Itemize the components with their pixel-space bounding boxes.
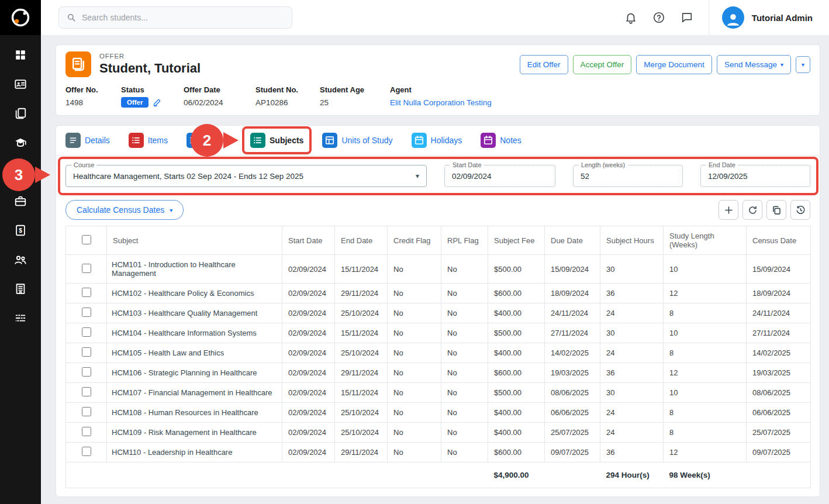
cell-end-date: 25/10/2024 bbox=[335, 423, 388, 443]
row-checkbox[interactable] bbox=[82, 264, 91, 273]
sidebar-item-briefcase[interactable] bbox=[0, 194, 41, 208]
add-subject-button[interactable] bbox=[719, 200, 738, 220]
history-button[interactable] bbox=[790, 200, 810, 220]
more-actions-button[interactable]: ▾ bbox=[796, 56, 810, 73]
tab-subjects[interactable]: Subjects2 bbox=[250, 133, 303, 148]
sidebar-item-people[interactable] bbox=[0, 253, 41, 267]
calculate-census-dates-button[interactable]: Calculate Census Dates ▾ bbox=[65, 200, 184, 220]
topbar-icons bbox=[624, 11, 709, 24]
cell-subject-hours: 36 bbox=[600, 363, 664, 383]
row-checkbox[interactable] bbox=[82, 347, 91, 357]
cell-credit-flag: No bbox=[388, 323, 441, 343]
cell-subject-hours: 30 bbox=[600, 323, 664, 343]
tab-hidden[interactable] bbox=[186, 133, 206, 148]
merge-document-button[interactable]: Merge Document bbox=[636, 55, 712, 74]
cell-due-date: 09/07/2025 bbox=[545, 443, 600, 462]
course-select-value: Healthcare Management, Starts 02 Sep 202… bbox=[73, 172, 303, 181]
row-checkbox[interactable] bbox=[82, 427, 91, 436]
sidebar-item-building[interactable] bbox=[0, 282, 41, 296]
cell-end-date: 15/11/2024 bbox=[335, 255, 388, 284]
accept-offer-button[interactable]: Accept Offer bbox=[573, 55, 632, 74]
merge-document-label: Merge Document bbox=[644, 60, 704, 69]
subjects-toolbar: Calculate Census Dates ▾ bbox=[56, 194, 820, 225]
row-checkbox[interactable] bbox=[82, 327, 91, 337]
send-message-button[interactable]: Send Message▾ bbox=[717, 55, 791, 74]
tab-label: Items bbox=[148, 136, 168, 145]
subjects-table: Subject Start Date End Date Credit Flag … bbox=[65, 226, 811, 488]
course-select-label: Course bbox=[71, 161, 96, 168]
sidebar-item-sliders[interactable] bbox=[0, 311, 41, 325]
row-checkbox[interactable] bbox=[82, 407, 91, 416]
cell-subject: HCM109 - Risk Management in Healthcare bbox=[107, 423, 282, 443]
cell-rpl-flag: No bbox=[441, 423, 488, 443]
chat-icon[interactable] bbox=[681, 11, 693, 24]
refresh-button[interactable] bbox=[742, 200, 762, 220]
cell-study-length: 8 bbox=[664, 403, 747, 423]
field-offer-date: Offer Date 06/02/2024 bbox=[184, 85, 255, 108]
subjects-table-body: HCM101 - Introduction to Healthcare Mana… bbox=[66, 255, 811, 462]
header-due-date: Due Date bbox=[545, 226, 600, 255]
cell-census-date: 14/02/2025 bbox=[747, 343, 811, 363]
edit-status-icon[interactable] bbox=[153, 98, 161, 107]
app-logo[interactable] bbox=[0, 0, 41, 35]
row-checkbox[interactable] bbox=[82, 288, 91, 297]
course-select[interactable]: Course Healthcare Management, Starts 02 … bbox=[65, 165, 427, 187]
sidebar-item-grid[interactable] bbox=[0, 48, 41, 62]
start-date-field: Start Date 02/09/2024 bbox=[444, 165, 555, 187]
edit-offer-button[interactable]: Edit Offer bbox=[520, 55, 568, 74]
cell-subject: HCM105 - Health Law and Ethics bbox=[107, 343, 282, 363]
select-all-checkbox[interactable] bbox=[82, 235, 91, 244]
sidebar: $ bbox=[0, 0, 41, 504]
row-checkbox[interactable] bbox=[82, 308, 91, 317]
tab-notes[interactable]: Notes bbox=[481, 133, 521, 148]
copy-button[interactable] bbox=[766, 200, 786, 220]
tab-label: Details bbox=[85, 136, 110, 145]
tab-label: Subjects bbox=[270, 136, 303, 145]
cell-subject-fee: $500.00 bbox=[488, 323, 545, 343]
field-label: Agent bbox=[390, 85, 810, 94]
cell-subject: HCM110 - Leadership in Healthcare bbox=[107, 443, 282, 462]
edit-offer-label: Edit Offer bbox=[527, 60, 561, 69]
table-row: HCM105 - Health Law and Ethics 02/09/202… bbox=[66, 343, 811, 363]
row-checkbox[interactable] bbox=[82, 447, 91, 456]
field-value: 1498 bbox=[65, 98, 121, 107]
cell-rpl-flag: No bbox=[441, 443, 488, 462]
cell-start-date: 02/09/2024 bbox=[282, 284, 335, 303]
search-input[interactable] bbox=[82, 13, 285, 22]
cell-start-date: 02/09/2024 bbox=[282, 443, 335, 462]
field-label: Status bbox=[121, 85, 184, 94]
tab-units-of-study[interactable]: Units of Study bbox=[322, 133, 392, 148]
cell-due-date: 19/03/2025 bbox=[545, 363, 600, 383]
cell-subject-fee: $400.00 bbox=[488, 403, 545, 423]
cell-credit-flag: No bbox=[388, 284, 441, 303]
agent-link[interactable]: Elit Nulla Corporation Testing bbox=[390, 98, 810, 107]
tab-details[interactable]: Details bbox=[65, 133, 110, 148]
cell-census-date: 09/07/2025 bbox=[747, 443, 811, 462]
user-menu[interactable]: Tutorial Admin bbox=[709, 0, 829, 35]
plus-icon bbox=[723, 205, 734, 216]
help-icon[interactable] bbox=[652, 11, 665, 24]
row-checkbox[interactable] bbox=[82, 367, 91, 377]
cell-due-date: 18/09/2024 bbox=[545, 284, 600, 303]
sidebar-nav: $ bbox=[0, 35, 41, 325]
cell-study-length: 8 bbox=[664, 423, 747, 443]
cell-study-length: 12 bbox=[664, 363, 747, 383]
sidebar-item-dollar-file[interactable]: $ bbox=[0, 223, 41, 237]
offer-titles: OFFER Student, Tutorial bbox=[99, 53, 201, 76]
tab-holidays[interactable]: Holidays bbox=[412, 133, 462, 148]
row-checkbox[interactable] bbox=[82, 387, 91, 396]
graduation-cap-icon bbox=[14, 136, 27, 149]
sidebar-item-id-card[interactable] bbox=[0, 77, 41, 91]
calculate-census-dates-label: Calculate Census Dates bbox=[77, 205, 164, 215]
bell-icon[interactable] bbox=[624, 11, 637, 24]
sidebar-item-documents[interactable] bbox=[0, 106, 41, 120]
table-row: HCM101 - Introduction to Healthcare Mana… bbox=[66, 255, 811, 284]
chevron-down-icon: ▾ bbox=[802, 61, 804, 68]
cell-subject-hours: 36 bbox=[600, 284, 664, 303]
course-row: Course Healthcare Management, Starts 02 … bbox=[56, 156, 820, 194]
cell-subject-hours: 24 bbox=[600, 303, 664, 323]
field-offer-no: Offer No. 1498 bbox=[65, 85, 121, 108]
sidebar-item-graduation-cap[interactable] bbox=[0, 136, 41, 150]
tab-items[interactable]: Items bbox=[129, 133, 168, 148]
search-box[interactable] bbox=[58, 6, 292, 29]
